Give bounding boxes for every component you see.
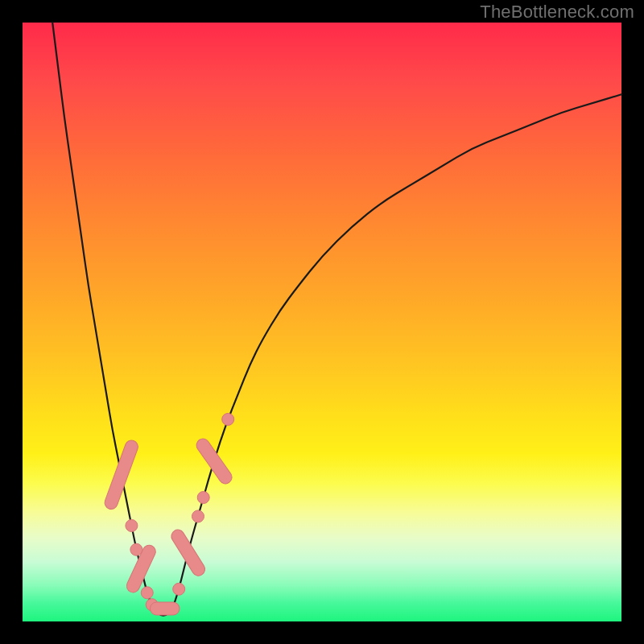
curve-marker-dot — [126, 519, 138, 531]
chart-svg — [23, 23, 621, 621]
curve-markers — [103, 413, 234, 615]
chart-frame: TheBottleneck.com — [0, 0, 644, 644]
curve-marker-dot — [222, 413, 234, 425]
curve-marker-pill — [169, 527, 208, 578]
curve-marker-dot — [192, 510, 204, 522]
watermark-text: TheBottleneck.com — [480, 2, 634, 23]
curve-marker-dot — [141, 587, 153, 599]
curve-marker-dot — [197, 491, 209, 503]
curve-marker-dot — [173, 583, 185, 595]
curve-marker-pill — [103, 439, 140, 511]
curve-marker-pill — [150, 602, 180, 615]
curve-marker-pill — [194, 436, 234, 486]
plot-area — [23, 23, 621, 621]
